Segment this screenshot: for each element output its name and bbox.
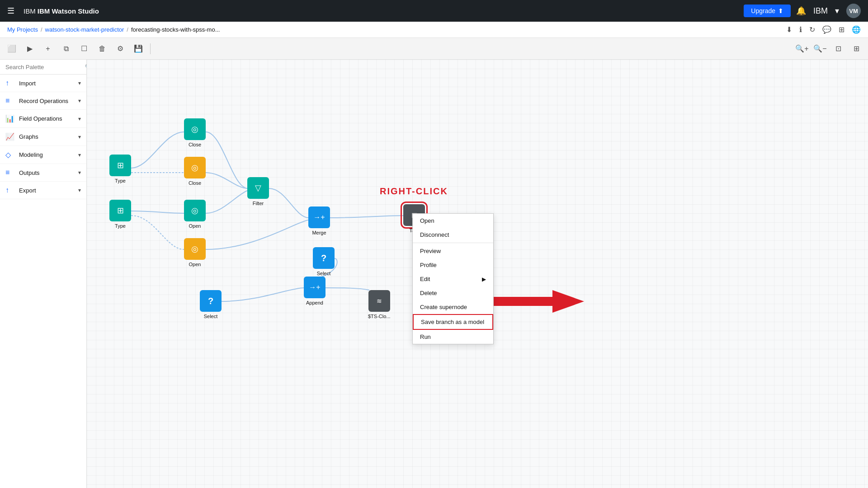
- toolbar-add-btn[interactable]: +: [40, 41, 56, 57]
- node-open1-box: ◎: [184, 200, 206, 221]
- upgrade-icon: ⬆: [778, 7, 783, 14]
- canvas-area[interactable]: ⊞ Type ◎ Close ◎ Close ⊞ Type: [87, 60, 868, 488]
- breadcrumb-icons: ⬇ ℹ ↻ 💬 ⊞ 🌐: [786, 25, 861, 34]
- context-menu-divider1: [413, 243, 493, 243]
- top-nav-icons: 🔔 IBM ▾ VM: [796, 4, 861, 18]
- graphs-chevron-icon: ▾: [78, 134, 81, 140]
- node-merge-label: Merge: [312, 230, 326, 235]
- toolbar-copy-btn[interactable]: ⧉: [58, 41, 74, 57]
- node-sts[interactable]: ≋ $TS-Clo...: [368, 290, 391, 319]
- import-icon: ↑: [5, 79, 14, 87]
- sidebar-item-import[interactable]: ↑ Import ▾: [0, 75, 86, 92]
- comment-icon[interactable]: 💬: [822, 25, 831, 34]
- sidebar-field-operations-label: Field Operations: [19, 115, 62, 122]
- hamburger-menu[interactable]: ☰: [7, 6, 14, 16]
- context-menu-disconnect[interactable]: Disconnect: [413, 228, 493, 242]
- breadcrumb-my-projects[interactable]: My Projects: [7, 26, 38, 33]
- breadcrumb-project[interactable]: watson-stock-market-predictor: [45, 26, 124, 33]
- upgrade-button[interactable]: Upgrade ⬆: [744, 5, 791, 17]
- sidebar-item-field-operations[interactable]: 📊 Field Operations ▾: [0, 110, 86, 128]
- main-layout: 🔍 ↑ Import ▾ ≡ Record Operations ▾ 📊 Fie…: [0, 60, 868, 488]
- context-menu-delete[interactable]: Delete: [413, 286, 493, 300]
- toolbar-cut-btn[interactable]: ☐: [76, 41, 92, 57]
- breadcrumb-sep2: /: [127, 26, 128, 33]
- node-open2-label: Open: [189, 262, 201, 267]
- node-close2[interactable]: ◎ Close: [184, 157, 206, 186]
- dropdown-chevron-icon[interactable]: ▾: [835, 6, 839, 16]
- context-menu-edit[interactable]: Edit ▶: [413, 272, 493, 286]
- context-delete-label: Delete: [420, 290, 437, 296]
- right-click-label: RIGHT-CLICK: [380, 186, 448, 197]
- node-type2-label: Type: [115, 223, 126, 229]
- sidebar-item-outputs[interactable]: ≡ Outputs ▾: [0, 164, 86, 182]
- refresh-icon[interactable]: ↻: [809, 25, 815, 34]
- toolbar-view-btn[interactable]: ⊞: [848, 41, 864, 57]
- toolbar-save-btn[interactable]: ⬜: [4, 41, 20, 57]
- node-select1-label: Select: [317, 271, 331, 276]
- context-menu-profile[interactable]: Profile: [413, 258, 493, 272]
- search-palette-container: 🔍: [0, 60, 86, 75]
- node-open1[interactable]: ◎ Open: [184, 200, 206, 229]
- top-navbar: ☰ IBM IBM Watson Studio Upgrade ⬆ 🔔 IBM …: [0, 0, 868, 22]
- node-close2-box: ◎: [184, 157, 206, 178]
- node-open2[interactable]: ◎ Open: [184, 238, 206, 267]
- node-type1-box: ⊞: [109, 155, 131, 176]
- download-icon[interactable]: ⬇: [786, 25, 792, 34]
- node-type1[interactable]: ⊞ Type: [109, 155, 131, 183]
- node-select2-box: ?: [200, 290, 222, 312]
- app-brand: IBM IBM Watson Studio: [24, 7, 99, 15]
- grid-icon[interactable]: ⊞: [839, 25, 844, 34]
- toolbar-run-btn[interactable]: ▶: [22, 41, 38, 57]
- node-append-box: →+: [304, 277, 326, 298]
- toolbar-settings-btn[interactable]: ⚙: [112, 41, 128, 57]
- context-menu: Open Disconnect Preview Profile Edit ▶ D…: [412, 213, 494, 344]
- toolbar-fit-btn[interactable]: ⊡: [830, 41, 846, 57]
- toolbar: ⬜ ▶ + ⧉ ☐ 🗑 ⚙ 💾 🔍+ 🔍− ⊡ ⊞: [0, 38, 868, 60]
- context-menu-create-supernode[interactable]: Create supernode: [413, 300, 493, 314]
- toolbar-zoom-in-btn[interactable]: 🔍+: [794, 41, 810, 57]
- toolbar-export-btn[interactable]: 💾: [130, 41, 146, 57]
- node-merge[interactable]: →+ Merge: [308, 206, 330, 235]
- node-close1-box: ◎: [184, 118, 206, 140]
- node-select2-label: Select: [204, 314, 218, 319]
- breadcrumb-sep1: /: [41, 26, 42, 33]
- node-filter[interactable]: ▽ Filter: [247, 177, 269, 206]
- context-disconnect-label: Disconnect: [420, 231, 449, 238]
- upgrade-label: Upgrade: [751, 7, 775, 14]
- notification-icon[interactable]: 🔔: [796, 6, 806, 16]
- breadcrumb-current: forecasting-stocks-with-spss-mo...: [131, 26, 220, 33]
- node-append[interactable]: →+ Append: [304, 277, 326, 305]
- sidebar-modeling-label: Modeling: [19, 151, 43, 158]
- node-select1[interactable]: ? Select: [313, 247, 335, 276]
- sidebar-item-export[interactable]: ↑ Export ▾: [0, 182, 86, 199]
- sidebar-record-operations-label: Record Operations: [19, 98, 68, 104]
- sidebar-item-modeling[interactable]: ◇ Modeling ▾: [0, 146, 86, 164]
- context-menu-run[interactable]: Run: [413, 330, 493, 344]
- toolbar-delete-btn[interactable]: 🗑: [94, 41, 110, 57]
- svg-marker-0: [494, 290, 584, 313]
- node-close1[interactable]: ◎ Close: [184, 118, 206, 147]
- ibm-label: IBM: [813, 6, 828, 16]
- sidebar-item-record-operations[interactable]: ≡ Record Operations ▾: [0, 92, 86, 110]
- context-menu-open[interactable]: Open: [413, 214, 493, 228]
- globe-icon[interactable]: 🌐: [852, 25, 861, 34]
- edit-sub-arrow-icon: ▶: [482, 276, 486, 282]
- search-palette-input[interactable]: [5, 64, 81, 70]
- user-avatar[interactable]: VM: [846, 4, 861, 18]
- info-icon[interactable]: ℹ: [799, 25, 802, 34]
- context-open-label: Open: [420, 217, 434, 224]
- node-type2[interactable]: ⊞ Type: [109, 200, 131, 229]
- toolbar-divider: [150, 43, 151, 54]
- context-menu-save-branch[interactable]: Save branch as a model: [413, 314, 493, 330]
- node-select2[interactable]: ? Select: [200, 290, 222, 319]
- record-operations-chevron-icon: ▾: [78, 98, 81, 104]
- node-close2-label: Close: [189, 180, 201, 186]
- modeling-chevron-icon: ▾: [78, 152, 81, 158]
- context-menu-preview[interactable]: Preview: [413, 244, 493, 258]
- arrow-annotation-svg: [494, 288, 584, 315]
- toolbar-zoom-out-btn[interactable]: 🔍−: [812, 41, 828, 57]
- field-operations-chevron-icon: ▾: [78, 116, 81, 122]
- node-append-label: Append: [306, 300, 323, 305]
- sidebar-item-graphs[interactable]: 📈 Graphs ▾: [0, 128, 86, 146]
- node-close1-label: Close: [189, 142, 201, 147]
